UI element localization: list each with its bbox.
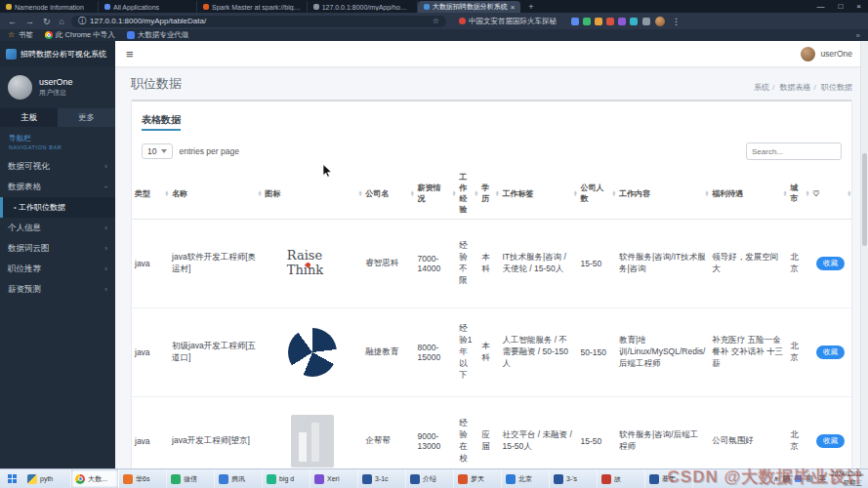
close-button[interactable]: × [849, 0, 868, 13]
column-label: ♡ [812, 189, 819, 198]
table-header-cell[interactable]: 图标 [262, 168, 362, 220]
table-header-cell[interactable]: 薪资情况 [415, 168, 457, 220]
taskbar-app[interactable]: 梦天 [454, 469, 502, 488]
bookmark-item[interactable]: 大数据专业代做 [127, 30, 189, 40]
sort-icon[interactable] [411, 190, 414, 196]
extension-icon[interactable] [630, 18, 638, 25]
taskbar-app[interactable]: 3-'s [550, 469, 598, 488]
sidebar-tab[interactable]: 主板 [0, 108, 58, 127]
browser-tab[interactable]: 大数据招聘数据分析系统 × [418, 1, 521, 13]
bookmark-item[interactable]: 书签 [8, 30, 33, 40]
taskbar-app[interactable]: 3-1c [358, 469, 406, 488]
minimize-button[interactable]: — [809, 0, 831, 13]
back-icon[interactable]: ← [6, 17, 19, 26]
card-header: 表格数据 [132, 102, 851, 136]
taskbar-app[interactable]: 故 [598, 469, 645, 488]
breadcrumb-item[interactable]: 数据表格 [769, 82, 810, 93]
sidebar-menu-item[interactable]: 职位推荐 › [0, 259, 115, 279]
navbar-user[interactable]: userOne [801, 47, 868, 61]
maximize-button[interactable]: □ [831, 0, 849, 13]
sort-icon[interactable] [847, 190, 850, 196]
new-tab-button[interactable]: + [524, 1, 537, 13]
sidebar-tab[interactable]: 更多 [58, 108, 115, 127]
sidebar-menu-item[interactable]: 数据词云图 › [0, 238, 115, 259]
forward-icon[interactable]: → [23, 17, 36, 26]
toolbar-promo[interactable]: 中国文安首届国际火车探秘 [459, 17, 557, 26]
favorite-button[interactable]: 收藏 [816, 434, 845, 448]
table-header-cell[interactable]: 名称 [169, 168, 262, 220]
sort-icon[interactable] [259, 190, 262, 196]
table-header-cell[interactable]: 学历 [478, 168, 499, 220]
browser-tab[interactable]: Namenode information × [0, 1, 99, 13]
sort-icon[interactable] [453, 190, 456, 196]
taskbar-app[interactable]: big d [263, 469, 310, 488]
table-header-cell[interactable]: ♡ [809, 168, 851, 220]
taskbar-app[interactable]: 微信 [167, 469, 215, 488]
vertical-scrollbar[interactable] [860, 41, 868, 469]
taskbar-app[interactable]: Xeri [310, 469, 358, 488]
start-button[interactable] [0, 469, 23, 488]
site-info-icon[interactable]: ⓘ [78, 16, 86, 26]
taskbar-app[interactable]: 大数... [71, 469, 119, 488]
column-label: 图标 [265, 189, 280, 198]
extension-icon[interactable] [583, 18, 591, 25]
table-header-cell[interactable]: 工作标签 [499, 168, 577, 220]
extension-icon[interactable] [606, 18, 614, 25]
sort-icon[interactable] [706, 190, 709, 196]
reload-icon[interactable]: ↻ [41, 17, 53, 26]
extension-icon[interactable] [595, 18, 602, 25]
taskbar-app[interactable]: 腾讯 [215, 469, 263, 488]
taskbar-app[interactable]: 北京 [502, 469, 550, 488]
extension-icon[interactable] [618, 18, 626, 25]
breadcrumb-item[interactable]: 职位数据 [811, 82, 852, 93]
sort-icon[interactable] [784, 190, 787, 196]
taskbar-app[interactable]: 介绍 [406, 469, 454, 488]
table-header-cell[interactable]: 工作经验 [456, 168, 478, 220]
bookmark-item[interactable]: 此 Chrome 中导入 [45, 30, 115, 40]
taskbar-app[interactable]: 华6s [119, 469, 167, 488]
mouse-cursor [322, 164, 333, 179]
sort-icon[interactable] [359, 190, 362, 196]
sort-icon[interactable] [475, 190, 478, 196]
tab-title: Namenode information [15, 4, 92, 11]
extensions-puzzle-icon[interactable] [642, 18, 650, 25]
taskbar-app[interactable]: pyth [23, 469, 71, 488]
table-header-cell[interactable]: 公司人数 [577, 168, 616, 220]
favorite-button[interactable]: 收藏 [816, 346, 845, 359]
sidebar-menu-item[interactable]: 薪资预测 › [0, 279, 115, 300]
bookmark-star-icon[interactable]: ☆ [433, 17, 439, 25]
sidebar-menu-item[interactable]: 数据表格 › [0, 177, 115, 197]
sidebar-menu-item[interactable]: 工作职位数据 [0, 197, 115, 218]
app-brand[interactable]: 招聘数据分析可视化系统 [0, 41, 115, 66]
hamburger-icon[interactable]: ≡ [115, 47, 145, 61]
address-bar[interactable]: ⓘ 127.0.0.1:8000/myApp/tableData/ ☆ [71, 16, 446, 27]
table-header-cell[interactable]: 公司名 [362, 168, 414, 220]
browser-tab[interactable]: All Applications × [99, 1, 197, 13]
browser-menu-icon[interactable]: ⋮ [670, 17, 682, 26]
sidebar-menu-item[interactable]: 数据可视化 › [0, 156, 115, 177]
home-icon[interactable]: ⌂ [58, 17, 66, 26]
browser-tab[interactable]: Spark Master at spark://big… × [197, 1, 308, 13]
windows-logo-icon [8, 474, 17, 483]
search-input[interactable] [746, 142, 842, 160]
breadcrumb-item[interactable]: 系统 [754, 82, 769, 93]
extension-icon[interactable] [571, 18, 579, 25]
sort-icon[interactable] [613, 190, 616, 196]
table-header-cell[interactable]: 福利待遇 [709, 168, 787, 220]
company-logo [291, 415, 334, 468]
sort-icon[interactable] [806, 190, 809, 196]
sidebar-menu-item[interactable]: 个人信息 › [0, 218, 115, 238]
sort-icon[interactable] [574, 190, 577, 196]
table-header-cell[interactable]: 类型 [132, 168, 169, 220]
bookmarks-overflow-icon[interactable]: » [856, 31, 860, 40]
page-size-select[interactable]: 10 [142, 143, 173, 159]
favorite-button[interactable]: 收藏 [816, 257, 845, 270]
browser-profile-avatar[interactable] [655, 17, 665, 26]
table-header-cell[interactable]: 工作内容 [616, 168, 709, 220]
scrollbar-thumb[interactable] [862, 153, 867, 246]
tab-close-icon[interactable]: × [511, 3, 516, 12]
table-header-cell[interactable]: 城市 [787, 168, 809, 220]
browser-tab[interactable]: 127.0.0.1:8000/myApp/home/ × [308, 1, 418, 13]
sort-icon[interactable] [496, 190, 499, 196]
sort-icon[interactable] [166, 190, 169, 196]
